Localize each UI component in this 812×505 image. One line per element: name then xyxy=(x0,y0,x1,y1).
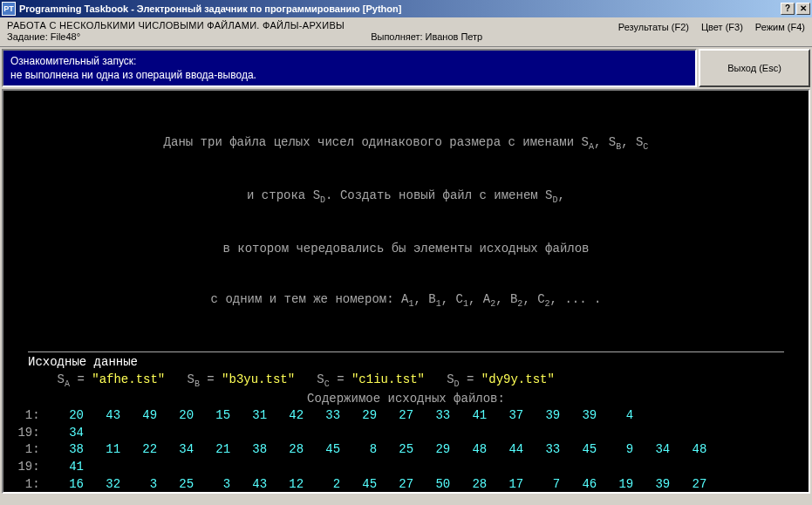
header-panel: РАБОТА С НЕСКОЛЬКИМИ ЧИСЛОВЫМИ ФАЙЛАМИ. … xyxy=(0,17,812,47)
task-label: Задание: xyxy=(7,31,48,42)
input-section-header: Исходные данные xyxy=(28,351,784,372)
menu-mode[interactable]: Режим (F4) xyxy=(755,22,805,32)
category-label: РАБОТА С НЕСКОЛЬКИМИ ЧИСЛОВЫМИ ФАЙЛАМИ. … xyxy=(7,20,345,31)
performer-label: Выполняет: xyxy=(371,31,422,42)
data-row: 19: 34 xyxy=(10,425,802,442)
help-button[interactable]: ? xyxy=(781,3,795,15)
input-content-label: Содержимое исходных файлов: xyxy=(10,391,802,408)
data-row: 1: 20 43 49 20 15 31 42 33 29 27 33 41 3… xyxy=(10,407,802,425)
problem-text: Даны три файла целых чисел одинакового р… xyxy=(10,99,802,345)
status-line2: не выполнена ни одна из операций ввода-в… xyxy=(10,68,688,82)
input-data-rows: 1: 20 43 49 20 15 31 42 33 29 27 33 41 3… xyxy=(10,407,802,494)
task-line: Задание: File48° xyxy=(7,31,345,42)
menu-color[interactable]: Цвет (F3) xyxy=(701,22,743,32)
performer: Выполняет: Иванов Петр xyxy=(345,20,618,42)
app-icon: PT xyxy=(2,2,16,16)
exit-button-label: Выход (Esc) xyxy=(727,63,781,73)
file-names-line: SA = "afhe.tst" SB = "b3yu.tst" SC = "c1… xyxy=(10,372,802,391)
data-row: 19: 41 xyxy=(10,459,802,476)
task-value: File48° xyxy=(51,31,80,42)
exit-button[interactable]: Выход (Esc) xyxy=(699,49,810,87)
titlebar: PT Programming Taskbook - Электронный за… xyxy=(0,0,812,17)
data-row: 1: 16 32 3 25 3 43 12 2 45 27 50 28 17 7… xyxy=(10,476,802,494)
menu-results[interactable]: Результаты (F2) xyxy=(618,22,689,32)
data-row: 19: 21 xyxy=(10,493,802,494)
close-button[interactable]: ✕ xyxy=(796,3,810,15)
status-line1: Ознакомительный запуск: xyxy=(10,54,688,68)
window-title: Programming Taskbook - Электронный задач… xyxy=(19,3,781,14)
console-area: Даны три файла целых чисел одинакового р… xyxy=(2,89,810,494)
data-row: 1: 38 11 22 34 21 38 28 45 8 25 29 48 44… xyxy=(10,441,802,459)
performer-value: Иванов Петр xyxy=(426,31,483,42)
status-message: Ознакомительный запуск: не выполнена ни … xyxy=(2,49,697,87)
